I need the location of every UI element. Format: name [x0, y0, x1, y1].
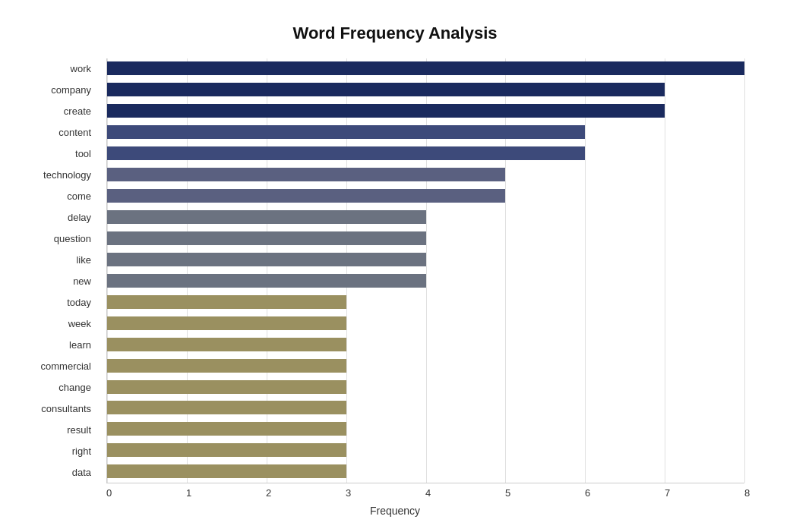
bar-company	[107, 83, 665, 96]
bar-delay	[107, 210, 426, 224]
grid-line	[744, 58, 745, 483]
y-label-consultants: consultants	[23, 404, 91, 414]
y-label-new: new	[23, 276, 91, 286]
y-label-learn: learn	[23, 340, 91, 350]
y-label-right: right	[23, 446, 91, 456]
bar-row	[107, 251, 744, 268]
grid-line	[426, 58, 427, 483]
bar-consultants	[107, 401, 346, 414]
bar-week	[107, 316, 346, 330]
bar-technology	[107, 168, 505, 181]
bar-create	[107, 104, 665, 118]
bar-work	[107, 61, 744, 75]
y-label-result: result	[23, 425, 91, 435]
bar-result	[107, 422, 346, 436]
bar-data	[107, 464, 346, 478]
grid-line	[665, 58, 665, 483]
y-label-work: work	[23, 64, 91, 74]
bar-row	[107, 463, 744, 480]
chart-title: Word Frequency Analysis	[46, 24, 744, 43]
bar-new	[107, 274, 426, 288]
bar-row	[107, 379, 744, 395]
x-axis: 012345678	[106, 487, 744, 499]
y-label-change: change	[23, 382, 91, 392]
bar-row	[107, 399, 744, 416]
bar-row	[107, 336, 744, 353]
bar-row	[107, 124, 744, 140]
y-labels: workcompanycreatecontenttooltechnologyco…	[23, 58, 99, 483]
bar-row	[107, 81, 744, 98]
y-label-delay: delay	[23, 212, 91, 222]
y-label-week: week	[23, 319, 91, 329]
bar-right	[107, 443, 346, 457]
bar-row	[107, 187, 744, 204]
y-label-technology: technology	[23, 170, 91, 180]
bar-row	[107, 230, 744, 247]
bar-row	[107, 166, 744, 183]
grid-line	[346, 58, 347, 483]
x-axis-title: Frequency	[46, 505, 744, 517]
bar-row	[107, 60, 744, 77]
bar-row	[107, 315, 744, 332]
grid-line	[187, 58, 188, 483]
bar-row	[107, 145, 744, 162]
bars-area	[106, 58, 744, 483]
bar-commercial	[107, 359, 346, 373]
bar-row	[107, 272, 744, 289]
grid-line	[107, 58, 108, 483]
bar-learn	[107, 338, 346, 351]
grid-line	[267, 58, 267, 483]
y-label-data: data	[23, 467, 91, 477]
grid-line	[585, 58, 586, 483]
grid-line	[505, 58, 506, 483]
y-label-commercial: commercial	[23, 361, 91, 371]
bar-today	[107, 295, 346, 309]
bar-row	[107, 420, 744, 437]
y-label-today: today	[23, 297, 91, 307]
bar-tool	[107, 146, 585, 160]
bar-like	[107, 253, 426, 266]
bar-change	[107, 380, 346, 394]
bar-question	[107, 231, 426, 245]
bar-row	[107, 209, 744, 225]
y-label-tool: tool	[23, 149, 91, 159]
y-label-company: company	[23, 85, 91, 95]
grid-lines	[107, 58, 744, 483]
bar-content	[107, 125, 585, 139]
y-label-question: question	[23, 234, 91, 244]
y-label-create: create	[23, 106, 91, 116]
chart-area: workcompanycreatecontenttooltechnologyco…	[106, 58, 744, 483]
y-label-come: come	[23, 191, 91, 201]
y-label-like: like	[23, 255, 91, 265]
bar-row	[107, 102, 744, 119]
bar-come	[107, 189, 505, 203]
bar-row	[107, 442, 744, 458]
bar-row	[107, 357, 744, 374]
y-label-content: content	[23, 127, 91, 137]
bar-row	[107, 294, 744, 310]
chart-container: Word Frequency Analysis workcompanycreat…	[15, 8, 775, 524]
